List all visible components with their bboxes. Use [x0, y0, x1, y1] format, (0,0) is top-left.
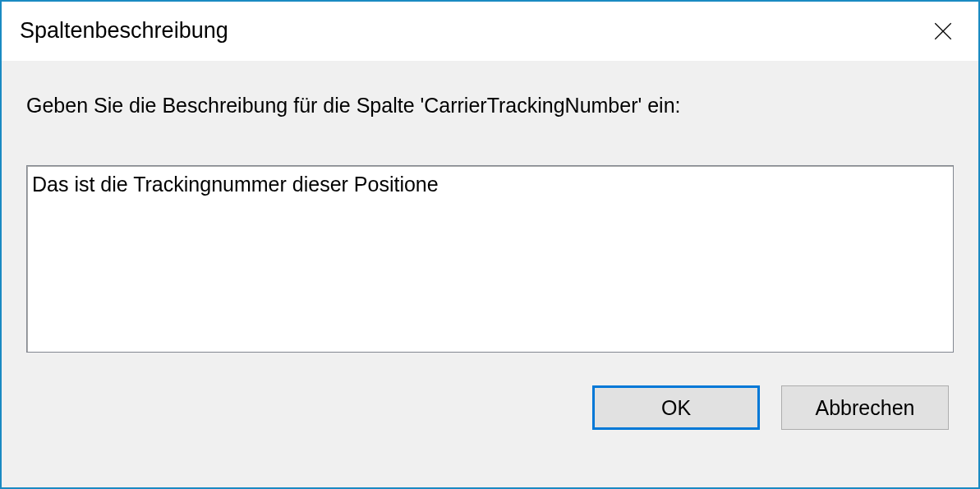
description-input[interactable] [27, 166, 953, 352]
dialog-content: Geben Sie die Beschreibung für die Spalt… [2, 61, 978, 487]
prompt-label: Geben Sie die Beschreibung für die Spalt… [26, 94, 954, 118]
button-row: OK Abbrechen [26, 385, 954, 435]
ok-button[interactable]: OK [592, 385, 760, 430]
column-description-dialog: Spaltenbeschreibung Geben Sie die Beschr… [0, 0, 980, 489]
close-button[interactable] [926, 14, 960, 48]
dialog-title: Spaltenbeschreibung [20, 18, 228, 44]
cancel-button[interactable]: Abbrechen [781, 385, 949, 430]
input-wrapper [26, 165, 954, 353]
close-icon [932, 21, 954, 42]
titlebar: Spaltenbeschreibung [2, 2, 978, 61]
